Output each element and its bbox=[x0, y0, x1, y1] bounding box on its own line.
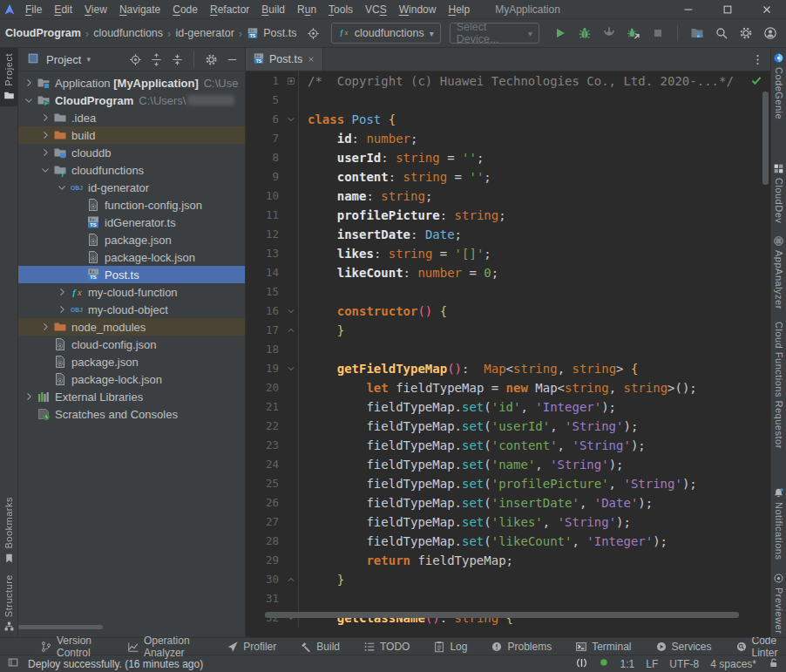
code-line[interactable]: 26 fieldTypeMap.set('insertDate', 'Date'… bbox=[246, 493, 770, 512]
debug-attach-button[interactable] bbox=[623, 23, 644, 44]
stripe-tab-project[interactable]: Project bbox=[0, 48, 17, 106]
locate-button[interactable] bbox=[125, 50, 145, 69]
tool-window-button-services[interactable]: Services bbox=[655, 641, 712, 653]
maximize-button[interactable] bbox=[708, 0, 747, 18]
line-number[interactable]: 18 bbox=[246, 340, 284, 359]
menu-code[interactable]: Code bbox=[166, 2, 204, 17]
chevron-expanded-icon[interactable] bbox=[57, 182, 67, 193]
line-number[interactable]: 6 bbox=[246, 110, 284, 129]
code-line[interactable]: 7 id: number; bbox=[246, 129, 770, 148]
code-line[interactable]: 14 likeCount: number = 0; bbox=[246, 263, 770, 282]
settings-button[interactable] bbox=[201, 50, 220, 69]
run-configuration-select[interactable]: fx cloudfunctions ▾ bbox=[331, 23, 441, 44]
attach-button[interactable] bbox=[599, 23, 620, 44]
stripe-tab-previewer[interactable]: Previewer bbox=[773, 573, 784, 634]
fold-marker-icon[interactable] bbox=[284, 71, 299, 91]
code-line[interactable]: 10 name: string; bbox=[246, 187, 770, 206]
tool-window-button-code-linter[interactable]: Code Linter bbox=[735, 635, 786, 659]
line-number[interactable]: 30 bbox=[246, 570, 284, 589]
code-line[interactable]: 24 fieldTypeMap.set('name', 'String'); bbox=[246, 455, 770, 474]
tree-item-function-config-json[interactable]: function-config.json bbox=[18, 196, 245, 214]
code-line[interactable]: 12 insertDate: Date; bbox=[246, 225, 770, 244]
tree-item-post-ts[interactable]: TSPost.ts bbox=[18, 266, 245, 283]
fold-marker-icon[interactable] bbox=[284, 321, 299, 340]
code-line[interactable]: 8 userId: string = ''; bbox=[246, 148, 770, 167]
device-select[interactable]: Select Device... ▾ bbox=[450, 23, 539, 44]
tree-item-cloudfunctions[interactable]: fcloudfunctions bbox=[18, 161, 245, 179]
debug-button[interactable] bbox=[574, 23, 595, 44]
fold-marker-icon[interactable] bbox=[284, 359, 299, 378]
line-number[interactable]: 17 bbox=[246, 321, 284, 340]
stripe-tab-appanalyzer[interactable]: AppAnalyzer bbox=[773, 235, 784, 309]
tree-item-clouddb[interactable]: clouddb bbox=[18, 144, 245, 161]
chevron-collapsed-icon[interactable] bbox=[40, 322, 51, 332]
menu-view[interactable]: View bbox=[78, 2, 113, 17]
encoding-widget[interactable]: UTF-8 bbox=[669, 658, 699, 670]
code-line[interactable]: 27 fieldTypeMap.set('likes', 'String'); bbox=[246, 512, 770, 532]
line-number[interactable]: 16 bbox=[246, 302, 284, 321]
line-separator-widget[interactable]: LF bbox=[646, 658, 658, 670]
tool-window-button-version-control[interactable]: Version Control bbox=[40, 635, 104, 659]
project-tree-horizontal-scrollbar[interactable] bbox=[18, 625, 103, 629]
tool-window-toggle-icon[interactable] bbox=[7, 656, 19, 671]
codegenie-status-icon[interactable] bbox=[576, 657, 587, 671]
tree-item-package-json[interactable]: package.json bbox=[18, 231, 245, 248]
tool-window-button-problems[interactable]: Problems bbox=[491, 641, 552, 653]
chevron-expanded-icon[interactable] bbox=[24, 95, 34, 105]
line-number[interactable]: 12 bbox=[246, 225, 284, 244]
tab-post-ts[interactable]: TS Post.ts bbox=[246, 48, 323, 71]
project-panel-title[interactable]: Project bbox=[46, 53, 81, 66]
run-button[interactable] bbox=[550, 23, 571, 44]
tool-window-button-build[interactable]: Build bbox=[300, 641, 340, 653]
code-line[interactable]: 6class Post { bbox=[246, 110, 770, 129]
menu-window[interactable]: Window bbox=[393, 2, 443, 17]
tree-item-scratches-and-consoles[interactable]: Scratches and Consoles bbox=[18, 405, 245, 423]
line-number[interactable]: 14 bbox=[246, 263, 284, 282]
line-number[interactable]: 21 bbox=[246, 397, 284, 417]
tool-window-button-profiler[interactable]: Profiler bbox=[227, 641, 276, 653]
code-line[interactable]: 13 likes: string = '[]'; bbox=[246, 244, 770, 263]
hide-button[interactable] bbox=[222, 50, 241, 69]
line-number[interactable]: 9 bbox=[246, 167, 284, 187]
line-number[interactable]: 25 bbox=[246, 474, 284, 493]
code-line[interactable]: 28 fieldTypeMap.set('likeCount', 'Intege… bbox=[246, 532, 770, 551]
close-tab-icon[interactable] bbox=[307, 55, 315, 64]
tree-item-package-lock-json[interactable]: package-lock.json bbox=[18, 370, 245, 388]
lock-icon[interactable] bbox=[768, 657, 779, 671]
code-line[interactable]: 22 fieldTypeMap.set('userId', 'String'); bbox=[246, 417, 770, 436]
chevron-collapsed-icon[interactable] bbox=[40, 130, 51, 140]
line-number[interactable]: 29 bbox=[246, 551, 284, 570]
code-line[interactable]: 1/* Copyright (c) Huawei Technologies Co… bbox=[246, 71, 770, 91]
tree-item-cloudprogram[interactable]: CloudProgramC:\Users\ bbox=[18, 92, 245, 109]
tool-window-button-log[interactable]: Log bbox=[433, 641, 467, 653]
chevron-collapsed-icon[interactable] bbox=[57, 304, 67, 315]
line-number[interactable]: 22 bbox=[246, 417, 284, 436]
code-line[interactable]: 17 } bbox=[246, 321, 770, 340]
code-line[interactable]: 20 let fieldTypeMap = new Map<string, st… bbox=[246, 378, 770, 397]
stripe-tab-bookmarks[interactable]: Bookmarks bbox=[0, 492, 17, 569]
code-line[interactable]: 11 profilePicture: string; bbox=[246, 206, 770, 225]
line-number[interactable]: 8 bbox=[246, 148, 284, 167]
fold-marker-icon[interactable] bbox=[284, 302, 299, 321]
fold-marker-icon[interactable] bbox=[284, 110, 299, 129]
editor-vertical-scrollbar[interactable] bbox=[762, 92, 769, 185]
code-line[interactable]: 25 fieldTypeMap.set('profilePicture', 'S… bbox=[246, 474, 770, 493]
tree-item--myapplication-[interactable]: Application [MyApplication]C:\Use bbox=[18, 74, 245, 92]
tree-item--idea[interactable]: .idea bbox=[18, 109, 245, 126]
line-number[interactable]: 20 bbox=[246, 378, 284, 397]
fold-marker-icon[interactable] bbox=[284, 570, 299, 589]
line-number[interactable]: 7 bbox=[246, 129, 284, 148]
line-number[interactable]: 15 bbox=[246, 282, 284, 302]
stripe-tab-structure[interactable]: Structure bbox=[0, 569, 17, 637]
editor-horizontal-scrollbar[interactable] bbox=[265, 612, 739, 618]
stripe-tab-cloud-functions-requestor[interactable]: Cloud Functions Requestor bbox=[774, 322, 784, 449]
code-line[interactable]: 31 bbox=[246, 589, 770, 608]
code-line[interactable]: 9 content: string = ''; bbox=[246, 167, 770, 187]
menu-vcs[interactable]: VCS bbox=[359, 2, 393, 17]
tool-window-button-operation-analyzer[interactable]: Operation Analyzer bbox=[127, 635, 203, 659]
code-line[interactable]: 23 fieldTypeMap.set('content', 'String')… bbox=[246, 436, 770, 455]
profile-button[interactable] bbox=[760, 23, 781, 44]
menu-run[interactable]: Run bbox=[291, 2, 322, 17]
tree-item-external-libraries[interactable]: External Libraries bbox=[18, 388, 245, 405]
locate-icon[interactable] bbox=[303, 23, 322, 44]
